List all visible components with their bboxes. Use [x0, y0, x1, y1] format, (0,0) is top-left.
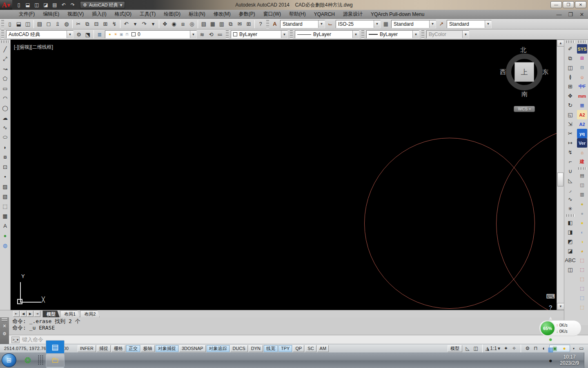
toolbar-grip[interactable]: [566, 214, 575, 217]
help-q-icon[interactable]: ?: [546, 302, 555, 312]
undo-list-icon[interactable]: ▾: [131, 20, 140, 29]
tool-palettes-icon[interactable]: ▥: [217, 20, 226, 29]
audio-hd-icon[interactable]: ◄: [546, 366, 555, 368]
close-command-window-icon[interactable]: ✕: [1, 323, 8, 329]
yq-axis-icon[interactable]: 中F: [577, 82, 587, 91]
menu-item-12[interactable]: YQARCH: [310, 10, 339, 19]
net-speed-overlay[interactable]: 65% ↑ 0K/s ↓ 0K/s: [539, 320, 581, 336]
point-icon[interactable]: •: [0, 172, 10, 182]
workspace-switcher[interactable]: ⚙ AutoCAD 经典 ▾: [80, 1, 125, 9]
wcs-button[interactable]: WCS▾: [514, 106, 535, 112]
mirror-icon[interactable]: ◫: [565, 63, 575, 72]
block-erase-icon[interactable]: ⬚: [577, 284, 587, 293]
viewcube-west[interactable]: 西: [500, 68, 506, 76]
yq-version-icon[interactable]: Ver: [577, 138, 587, 148]
layer-lock-icon[interactable]: ⊓: [125, 32, 129, 37]
break-at-point-icon[interactable]: ↯: [565, 148, 575, 157]
layer-sun-icon[interactable]: ☀: [113, 32, 118, 37]
menu-item-0[interactable]: 文件(F): [15, 10, 39, 19]
new-file-icon[interactable]: ▯: [15, 1, 23, 9]
autocad-logo-icon[interactable]: A▾: [0, 0, 12, 10]
doc-minimize-icon[interactable]: —: [555, 10, 564, 19]
plot-layout-icon[interactable]: ◫: [577, 180, 587, 190]
annotation-visibility-icon[interactable]: ✦: [502, 345, 510, 352]
memory-percent-badge[interactable]: 65%: [540, 321, 555, 336]
quick-calc-icon[interactable]: ⊞: [244, 20, 253, 29]
layer-properties-icon[interactable]: ≣: [95, 30, 104, 39]
block-edit-icon[interactable]: ⬚: [577, 256, 587, 265]
status-toggle-0[interactable]: INFER: [78, 345, 96, 352]
yq-home-icon[interactable]: ⌂: [577, 148, 587, 157]
layer-off-icon[interactable]: ●: [577, 209, 587, 218]
annotation-autoscale-icon[interactable]: ✧: [510, 345, 518, 352]
yq-layer-color-icon[interactable]: ⊞: [577, 54, 587, 63]
save-as-icon[interactable]: ◪: [42, 1, 50, 9]
vertical-scrollbar[interactable]: ▲ ▼: [557, 40, 564, 310]
menu-item-3[interactable]: 插入(I): [88, 10, 110, 19]
toolbar-grip[interactable]: [266, 20, 269, 28]
model-space-button[interactable]: 模型: [448, 345, 462, 352]
layer-dropdown[interactable]: ●☀▣⊓ 0 ▼: [105, 30, 197, 38]
workspace-gear-icon[interactable]: ⚙: [523, 345, 532, 352]
polyline-icon[interactable]: ↝: [0, 64, 10, 74]
workspace-settings-gear-icon[interactable]: ⚙: [74, 30, 83, 39]
bring-above-icon[interactable]: ◩: [565, 237, 575, 246]
pan-icon[interactable]: ✥: [160, 20, 169, 29]
text-style-dropdown[interactable]: Standard▼: [280, 20, 325, 28]
publish-icon[interactable]: ⇫: [53, 20, 62, 29]
start-button[interactable]: ⊞: [2, 353, 16, 367]
command-input-placeholder[interactable]: 键入命令: [22, 336, 43, 343]
minimize-window-icon[interactable]: —: [550, 1, 562, 8]
menu-item-5[interactable]: 工具(T): [136, 10, 160, 19]
export-icon[interactable]: ◍: [62, 20, 71, 29]
stretch-icon[interactable]: ⇲: [565, 119, 575, 129]
revision-cloud-icon[interactable]: ☁: [0, 113, 10, 123]
status-toggle-4[interactable]: 极轴: [141, 345, 155, 352]
ellipse-icon[interactable]: ⬭: [0, 132, 10, 142]
block-scale-icon[interactable]: ⬚: [577, 303, 587, 312]
cut-icon[interactable]: ✂: [74, 20, 83, 29]
show-desktop-button[interactable]: [584, 352, 588, 368]
text-to-front-icon[interactable]: ABC: [565, 256, 575, 265]
text-style-icon[interactable]: A: [270, 20, 279, 29]
viewcube-top-face[interactable]: 上: [514, 62, 534, 82]
toolbar-grip[interactable]: [578, 40, 586, 43]
zoom-previous-icon[interactable]: ◎: [187, 20, 196, 29]
redo-list-icon[interactable]: ▾: [149, 20, 158, 29]
plot-preview-icon[interactable]: ◻: [44, 20, 53, 29]
layer-thaw-icon[interactable]: ◑: [577, 237, 587, 246]
move-icon[interactable]: ✥: [565, 91, 575, 101]
toolbar-grip[interactable]: [1, 30, 4, 38]
insert-block-icon[interactable]: ⧇: [0, 152, 10, 162]
layer-freeze-icon[interactable]: ◐: [577, 227, 587, 237]
paste-block-icon[interactable]: ⊞: [101, 20, 110, 29]
explorer-icon[interactable]: 🗀: [46, 354, 65, 367]
doc-close-icon[interactable]: ✕: [577, 10, 586, 19]
point-green-icon[interactable]: ●: [0, 231, 10, 240]
copy-clip-icon[interactable]: ⧉: [83, 20, 92, 29]
layout-tab-1[interactable]: 布局1: [60, 310, 80, 317]
polygon-icon[interactable]: ⬠: [0, 74, 10, 83]
yq-sys-icon[interactable]: SYS: [577, 44, 587, 54]
scale-icon[interactable]: ◱: [565, 110, 575, 119]
sheet-set-manager-icon[interactable]: ⧉: [226, 20, 235, 29]
new-file-icon[interactable]: ▯: [5, 20, 14, 29]
drag-handle[interactable]: [2, 318, 7, 321]
yq-help-icon[interactable]: yq: [577, 129, 587, 138]
fillet-icon[interactable]: ◞: [565, 185, 575, 195]
create-block-icon[interactable]: ⊡: [0, 162, 10, 172]
close-window-icon[interactable]: ✕: [575, 1, 586, 8]
offset-icon[interactable]: ≬: [565, 72, 575, 82]
qq-icon[interactable]: ●: [546, 355, 555, 366]
ellipse-arc-icon[interactable]: ◗: [0, 142, 10, 152]
command-input-row[interactable]: >_▾ 键入命令: [9, 335, 588, 344]
design-center-icon[interactable]: ▦: [208, 20, 217, 29]
annotation-to-front-icon[interactable]: ◫: [565, 265, 575, 274]
open-file-icon[interactable]: ⬓: [24, 1, 32, 9]
arc-icon[interactable]: ◠: [0, 93, 10, 103]
layer-viewport-icon[interactable]: ▣: [119, 32, 124, 37]
menu-item-7[interactable]: 标注(N): [185, 10, 209, 19]
layer-iso-icon[interactable]: ●: [577, 199, 587, 209]
chamfer-icon[interactable]: ◺: [565, 176, 575, 185]
layer-match-icon[interactable]: ◕: [577, 246, 587, 256]
